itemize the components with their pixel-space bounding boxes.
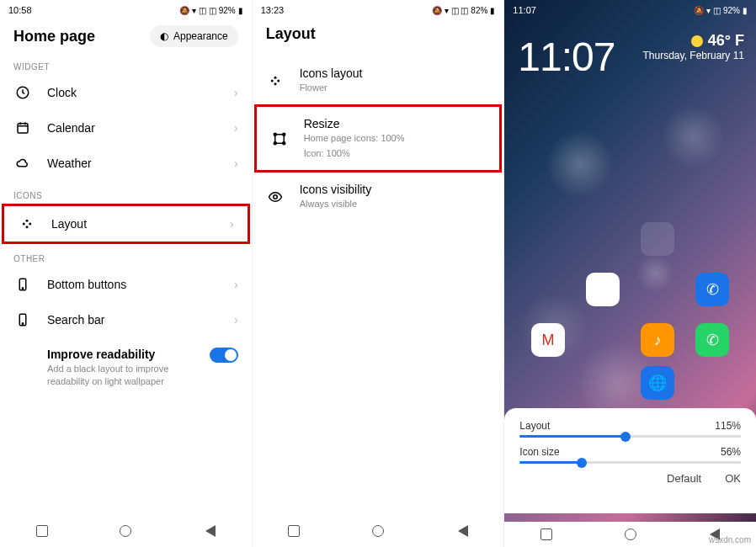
row-search-bar[interactable]: Search bar › — [0, 302, 252, 337]
status-icons: 🔕 ▾ ◫ ◫ 82% ▮ — [432, 6, 495, 15]
eye-icon — [266, 189, 285, 204]
page-title: Home page — [13, 28, 95, 45]
app-phone[interactable]: ✆ — [695, 273, 729, 306]
appearance-chip[interactable]: ◐ Appearance — [150, 25, 238, 47]
status-icons: 🔕 ▾ ◫ ◫ 92% ▮ — [179, 6, 242, 15]
row-layout[interactable]: Layout › — [2, 204, 250, 244]
calendar-icon — [13, 120, 32, 135]
app-grid: ▶ ✆ M ♪ ✆ 🌐 — [504, 215, 756, 400]
row-clock[interactable]: Clock › — [0, 75, 252, 110]
svg-point-9 — [22, 323, 24, 325]
slider-icon-label: Icon size — [519, 446, 559, 458]
slider-layout[interactable]: Layout 115% — [519, 420, 741, 438]
page-title: Layout — [266, 25, 316, 43]
nav-recents-icon[interactable] — [288, 525, 300, 537]
settings-home-page-panel: 10:58 🔕 ▾ ◫ ◫ 92% ▮ Home page ◐ Appearan… — [0, 0, 253, 547]
layout-icon — [18, 216, 36, 231]
status-time: 10:58 — [8, 5, 32, 15]
svg-point-15 — [274, 133, 276, 135]
section-icons: ICONS — [0, 181, 252, 204]
default-button[interactable]: Default — [667, 472, 701, 485]
chevron-right-icon: › — [234, 157, 238, 170]
phone-icon — [13, 277, 32, 292]
sun-icon — [691, 35, 703, 47]
palette-icon: ◐ — [160, 30, 168, 42]
nav-recents-icon[interactable] — [540, 528, 552, 540]
settings-layout-panel: 13:23 🔕 ▾ ◫ ◫ 82% ▮ Layout Icons layout … — [253, 0, 505, 547]
svg-point-13 — [274, 82, 276, 85]
app-gmail[interactable]: M — [531, 323, 565, 357]
svg-point-19 — [273, 195, 277, 199]
chevron-right-icon: › — [234, 278, 238, 291]
nav-home-icon[interactable] — [625, 528, 636, 540]
svg-point-4 — [29, 223, 31, 226]
watermark: wsxdn.com — [709, 535, 751, 544]
chevron-right-icon: › — [234, 313, 238, 327]
status-time: 11:07 — [513, 5, 536, 15]
svg-point-10 — [270, 79, 273, 82]
section-widget: WIDGET — [0, 52, 252, 75]
cloud-icon — [13, 156, 32, 171]
slider-icon-value: 56% — [721, 446, 741, 458]
resize-sheet: Layout 115% Icon size 56% Default OK — [504, 408, 756, 513]
slider-layout-track[interactable] — [519, 435, 741, 438]
section-other: OTHER — [0, 244, 252, 267]
svg-point-7 — [22, 288, 24, 289]
nav-back-icon[interactable] — [456, 525, 468, 537]
nav-back-icon[interactable] — [204, 525, 216, 537]
row-icons-visibility[interactable]: Icons visibility Always visible — [253, 173, 504, 220]
resize-icon — [270, 131, 289, 146]
nav-home-icon[interactable] — [372, 525, 384, 537]
row-bottom-buttons[interactable]: Bottom buttons › — [0, 267, 252, 302]
slider-layout-label: Layout — [519, 420, 550, 432]
svg-point-12 — [277, 79, 280, 82]
dots-icon — [266, 73, 285, 88]
nav-recents-icon[interactable] — [36, 525, 48, 537]
svg-rect-1 — [18, 124, 28, 133]
slider-icon-track[interactable] — [519, 461, 741, 464]
svg-point-17 — [274, 142, 276, 145]
chevron-right-icon: › — [234, 121, 238, 135]
slider-icon-size[interactable]: Icon size 56% — [519, 446, 741, 464]
status-time: 13:23 — [261, 5, 285, 15]
weather-widget[interactable]: 46° F Thursday, February 11 — [643, 32, 745, 61]
status-icons: 🔕 ▾ ◫ 92% ▮ — [694, 6, 748, 15]
app-folder[interactable] — [641, 222, 674, 256]
chevron-right-icon: › — [234, 86, 238, 99]
clock-icon — [13, 85, 32, 100]
phone-icon — [13, 312, 32, 327]
chevron-right-icon: › — [230, 217, 234, 231]
row-weather[interactable]: Weather › — [0, 146, 252, 181]
app-music[interactable]: ♪ — [641, 323, 674, 357]
row-improve-readability[interactable]: Improve readability Add a black layout t… — [0, 337, 252, 399]
home-screen-panel: 11:07 🔕 ▾ ◫ 92% ▮ 11:07 46° F Thursday, … — [504, 0, 756, 547]
readability-toggle[interactable] — [210, 348, 238, 363]
svg-point-11 — [274, 76, 276, 78]
status-bar: 13:23 🔕 ▾ ◫ ◫ 82% ▮ — [253, 0, 504, 17]
svg-point-16 — [282, 133, 285, 135]
row-icons-layout[interactable]: Icons layout Flower — [253, 56, 504, 104]
readability-title: Improve readability — [47, 348, 194, 361]
slider-layout-value: 115% — [715, 420, 741, 432]
app-play-store[interactable]: ▶ — [586, 273, 620, 306]
date-label: Thursday, February 11 — [643, 50, 745, 61]
android-nav-bar — [253, 515, 504, 547]
nav-home-icon[interactable] — [120, 525, 131, 537]
svg-point-18 — [282, 142, 285, 145]
status-bar: 10:58 🔕 ▾ ◫ ◫ 92% ▮ — [0, 0, 252, 17]
app-whatsapp[interactable]: ✆ — [695, 323, 729, 357]
android-nav-bar — [0, 515, 252, 547]
app-browser[interactable]: 🌐 — [641, 366, 674, 400]
svg-point-2 — [23, 223, 25, 226]
status-bar: 11:07 🔕 ▾ ◫ 92% ▮ — [504, 0, 756, 17]
row-resize[interactable]: Resize Home page icons: 100% Icon: 100% — [254, 104, 503, 173]
row-calendar[interactable]: Calendar › — [0, 110, 252, 146]
readability-sub: Add a black layout to improve readabilit… — [47, 363, 194, 389]
svg-point-3 — [26, 220, 29, 222]
ok-button[interactable]: OK — [725, 472, 741, 485]
svg-point-5 — [26, 226, 29, 228]
